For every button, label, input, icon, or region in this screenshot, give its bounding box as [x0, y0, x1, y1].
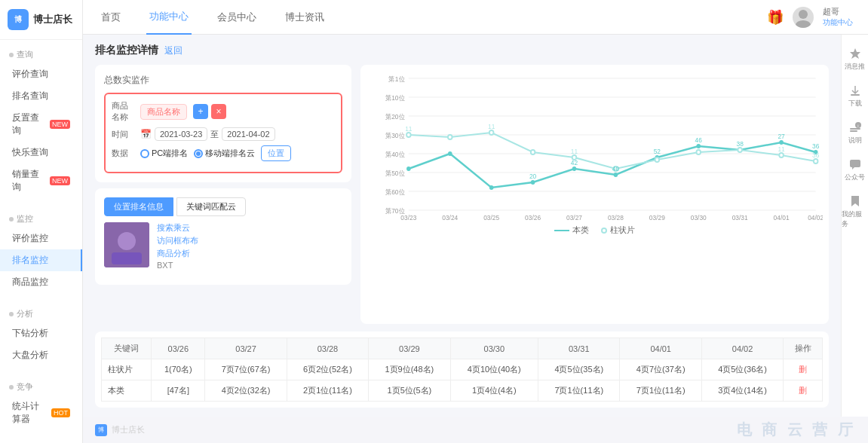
svg-rect-70	[850, 130, 857, 132]
right-panel-chat[interactable]: 公众号	[845, 157, 865, 182]
td-benlei-0402: 3页4位(14名)	[701, 380, 783, 402]
svg-text:04/01: 04/01	[774, 214, 790, 222]
filter-panel: 总数实监作 商品名称 商品名称 + × 时间	[95, 65, 351, 324]
setting-button[interactable]: 位置	[261, 145, 291, 161]
td-benlei-0330: 1页4位(4名)	[450, 380, 538, 402]
radio-dot-mobile	[194, 149, 203, 158]
svg-point-39	[696, 144, 701, 148]
add-filter-button[interactable]: +	[193, 104, 208, 119]
svg-point-34	[489, 185, 494, 190]
svg-text:03/27: 03/27	[566, 214, 582, 222]
td-zhuzhuang-0329: 1页9位(48名)	[369, 359, 450, 380]
radio-mobile[interactable]: 移动端排名云	[194, 148, 255, 159]
nav-functions[interactable]: 功能中心	[146, 0, 192, 35]
sidebar-item-compete-tool[interactable]: 统斗计算器 HOT	[0, 396, 82, 430]
sidebar-item-goods-monitor[interactable]: 商品监控	[0, 271, 82, 293]
watermark: 电 商 云 营 厅	[737, 420, 856, 440]
product-link-search[interactable]: 搜索乘云	[157, 222, 198, 234]
sidebar-logo: 博 博士店长	[0, 0, 82, 40]
product-id: BXT	[157, 261, 198, 270]
legend-line-benlei	[554, 230, 569, 231]
sidebar-item-anti-query[interactable]: 反置查询 NEW	[0, 107, 82, 142]
svg-text:52: 52	[654, 148, 661, 155]
svg-text:03/24: 03/24	[442, 214, 458, 222]
filter-row-time: 时间 📅 2021-03-23 至 2021-04-02	[112, 127, 335, 141]
bookmark-icon	[848, 194, 862, 208]
product-thumbnail	[104, 222, 149, 267]
page-title: 排名监控详情	[95, 44, 158, 57]
sidebar-item-quick-query[interactable]: 快乐查询	[0, 142, 82, 163]
svg-point-36	[572, 167, 577, 171]
right-panel-download[interactable]: 下载	[848, 84, 862, 108]
section-title-query: 查询	[0, 46, 82, 63]
section-title-compete: 竞争	[0, 378, 82, 396]
svg-text:27: 27	[778, 133, 784, 140]
product-link-visit[interactable]: 访问框布布	[157, 235, 198, 246]
logo-text: 博士店长	[33, 13, 72, 26]
delete-benlei-button[interactable]: 删	[799, 386, 807, 395]
filter-row-data: 数据 PC端排名 移动	[112, 145, 335, 161]
legend-label-benlei: 本类	[572, 225, 589, 236]
del-filter-button[interactable]: ×	[211, 104, 226, 119]
gift-icon[interactable]: 🎁	[767, 9, 784, 26]
filter-row-product: 商品名称 商品名称 + ×	[112, 100, 335, 123]
delete-zhuzhuang-button[interactable]: 删	[799, 365, 807, 374]
td-benlei-0326: [47名]	[152, 380, 205, 402]
radio-pc[interactable]: PC端排名	[140, 148, 188, 159]
svg-point-52	[779, 153, 784, 157]
right-panel-push[interactable]: 消息推	[845, 47, 865, 72]
svg-marker-74	[852, 167, 854, 170]
svg-text:11: 11	[488, 123, 495, 130]
nav-home[interactable]: 首页	[98, 0, 124, 35]
content-body: 排名监控详情 返回 总数实监作 商品名称 商品名称 +	[83, 35, 868, 417]
top-section: 总数实监作 商品名称 商品名称 + × 时间	[95, 65, 829, 324]
td-benlei-0327: 4页2位(32名)	[205, 380, 287, 402]
filter-actions: + ×	[193, 104, 226, 119]
sidebar-item-sales-query[interactable]: 销量查询 NEW	[0, 163, 82, 198]
sidebar-item-drill-analysis[interactable]: 下钻分析	[0, 322, 82, 344]
filter-card: 总数实监作 商品名称 商品名称 + × 时间	[95, 65, 351, 182]
svg-text:20: 20	[529, 173, 536, 180]
nav-news[interactable]: 博士资讯	[282, 0, 327, 35]
sidebar-item-market-analysis[interactable]: 大盘分析	[0, 344, 82, 366]
th-0401: 04/01	[620, 338, 701, 359]
tab-keyword-match[interactable]: 关键词匹配云	[176, 197, 246, 216]
right-panel-bookmark[interactable]: 我的服务	[842, 194, 868, 229]
th-0331: 03/31	[538, 338, 620, 359]
nav-membership[interactable]: 会员中心	[214, 0, 259, 35]
sidebar-item-rank-monitor[interactable]: 排名监控	[0, 249, 82, 271]
sidebar-item-review-monitor[interactable]: 评价监控	[0, 228, 82, 249]
product-link-analysis[interactable]: 商品分析	[157, 248, 198, 259]
th-0402: 04/02	[701, 338, 783, 359]
bottom-logo-icon: 博	[95, 424, 107, 436]
right-panel-bookmark-label: 我的服务	[842, 209, 868, 229]
sidebar-section-query: 查询 评价查询 排名查询 反置查询 NEW 快乐查询 销量查询 NEW	[0, 40, 82, 204]
topnav-right: 🎁 超哥 功能中心	[767, 6, 853, 28]
top-nav: 首页 功能中心 会员中心 博士资讯 🎁 超哥 功能中心	[83, 0, 868, 35]
svg-text:第30位: 第30位	[385, 132, 406, 139]
td-benlei-0401: 7页1位(11名)	[620, 380, 701, 402]
bottom-bar: 博 博士店长 电 商 云 营 厅	[83, 417, 868, 443]
avatar[interactable]	[793, 7, 814, 28]
svg-point-45	[489, 130, 494, 135]
radio-label-mobile: 移动端排名云	[205, 148, 255, 159]
filter-label-product: 商品名称	[112, 100, 134, 123]
svg-rect-68	[851, 94, 860, 96]
date-start[interactable]: 2021-03-23	[155, 127, 207, 141]
right-panel-edit[interactable]: i 说明	[848, 121, 862, 145]
tab-rank-info[interactable]: 位置排名信息	[104, 197, 173, 216]
filter-section-title: 总数实监作	[104, 74, 342, 87]
back-link[interactable]: 返回	[164, 44, 182, 57]
download-icon	[848, 84, 862, 97]
svg-point-53	[814, 159, 818, 163]
svg-rect-69	[850, 128, 860, 130]
td-benlei-action: 删	[784, 380, 823, 402]
svg-text:第1位: 第1位	[388, 75, 405, 83]
user-sub: 功能中心	[823, 17, 853, 28]
th-0326: 03/26	[152, 338, 205, 359]
sidebar-item-rank-query[interactable]: 排名查询	[0, 85, 82, 107]
sidebar-item-review-query[interactable]: 评价查询	[0, 63, 82, 85]
sidebar-section-analysis: 分析 下钻分析 大盘分析	[0, 299, 82, 372]
bottom-logo-text: 博士店长	[112, 424, 145, 435]
date-end[interactable]: 2021-04-02	[222, 127, 275, 141]
